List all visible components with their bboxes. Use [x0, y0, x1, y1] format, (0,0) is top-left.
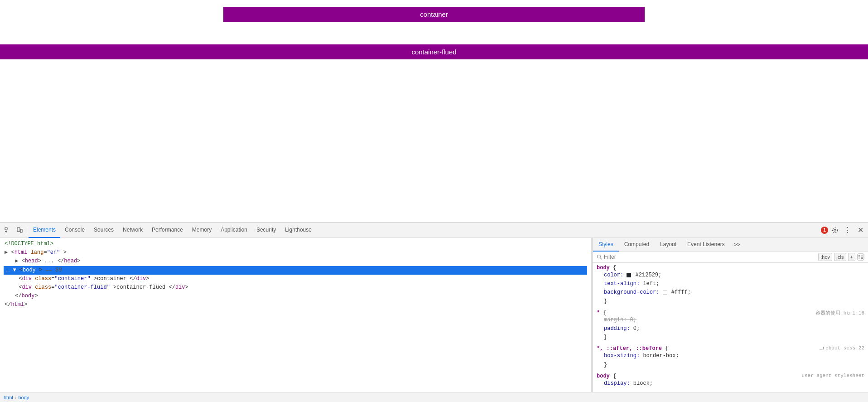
container-fluid-label: container-flued	[411, 48, 456, 56]
container-element: container	[223, 7, 645, 22]
container-label: container	[420, 10, 448, 18]
container-wrapper: container	[223, 7, 645, 22]
container-fluid-element: container-flued	[0, 44, 868, 59]
webpage-preview: container container-flued	[0, 0, 868, 222]
